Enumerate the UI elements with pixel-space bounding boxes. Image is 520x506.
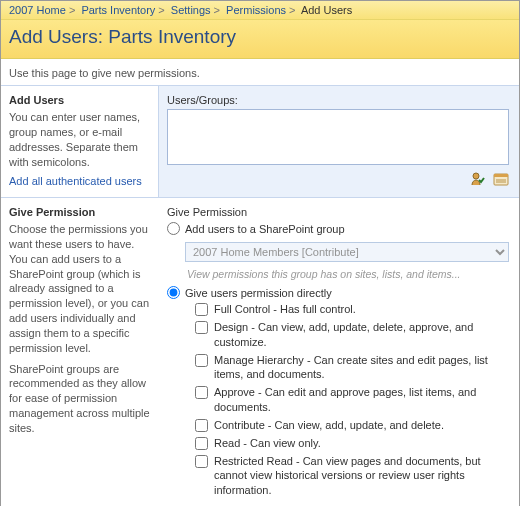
crumb-settings[interactable]: Settings: [171, 4, 211, 16]
permission-item: Full Control - Has full control.: [195, 302, 509, 317]
users-groups-input[interactable]: [167, 109, 509, 165]
add-users-heading: Add Users: [9, 94, 150, 106]
crumb-permissions[interactable]: Permissions: [226, 4, 286, 16]
svg-point-0: [473, 173, 479, 179]
give-permission-subhead: Give Permission: [167, 206, 509, 218]
give-permission-note: SharePoint groups are recommended as the…: [9, 362, 151, 436]
page-title: Add Users: Parts Inventory: [9, 26, 511, 48]
permission-item: Design - Can view, add, update, delete, …: [195, 320, 509, 350]
group-select[interactable]: 2007 Home Members [Contribute]: [185, 242, 509, 262]
permission-checkbox[interactable]: [195, 321, 208, 334]
crumb-current: Add Users: [301, 4, 352, 16]
permission-label: Approve - Can edit and approve pages, li…: [214, 385, 509, 415]
check-names-icon[interactable]: [470, 171, 486, 187]
permission-checkbox[interactable]: [195, 303, 208, 316]
permission-label: Contribute - Can view, add, update, and …: [214, 418, 509, 433]
permission-checkbox[interactable]: [195, 386, 208, 399]
browse-icon[interactable]: [493, 171, 509, 187]
titlebar: Add Users: Parts Inventory: [1, 20, 519, 59]
permission-item: Approve - Can edit and approve pages, li…: [195, 385, 509, 415]
permission-checkbox[interactable]: [195, 419, 208, 432]
permission-label: Restricted Read - Can view pages and doc…: [214, 454, 509, 499]
permission-label: Read - Can view only.: [214, 436, 509, 451]
radio-permission-directly[interactable]: [167, 286, 180, 299]
permission-item: Contribute - Can view, add, update, and …: [195, 418, 509, 433]
permission-item: Restricted Read - Can view pages and doc…: [195, 454, 509, 499]
permission-checkbox[interactable]: [195, 354, 208, 367]
permission-item: Read - Can view only.: [195, 436, 509, 451]
users-groups-label: Users/Groups:: [167, 94, 509, 106]
give-permission-heading: Give Permission: [9, 206, 151, 218]
permission-label: Manage Hierarchy - Can create sites and …: [214, 353, 509, 383]
crumb-home[interactable]: 2007 Home: [9, 4, 66, 16]
permission-item: Manage Hierarchy - Can create sites and …: [195, 353, 509, 383]
add-users-desc: You can enter user names, group names, o…: [9, 110, 150, 169]
radio-add-to-group-label: Add users to a SharePoint group: [185, 223, 345, 235]
permission-checkbox[interactable]: [195, 437, 208, 450]
give-permission-desc: Choose the permissions you want these us…: [9, 222, 151, 356]
svg-rect-2: [494, 174, 508, 177]
page-instruction: Use this page to give new permissions.: [1, 59, 519, 86]
add-all-auth-link[interactable]: Add all authenticated users: [9, 175, 142, 187]
permission-checkbox[interactable]: [195, 455, 208, 468]
breadcrumb: 2007 Home> Parts Inventory> Settings> Pe…: [1, 1, 519, 20]
permission-label: Design - Can view, add, update, delete, …: [214, 320, 509, 350]
radio-add-to-group[interactable]: [167, 222, 180, 235]
radio-permission-directly-label: Give users permission directly: [185, 287, 332, 299]
view-permissions-text: View permissions this group has on sites…: [187, 268, 509, 280]
permission-label: Full Control - Has full control.: [214, 302, 509, 317]
crumb-parts[interactable]: Parts Inventory: [81, 4, 155, 16]
